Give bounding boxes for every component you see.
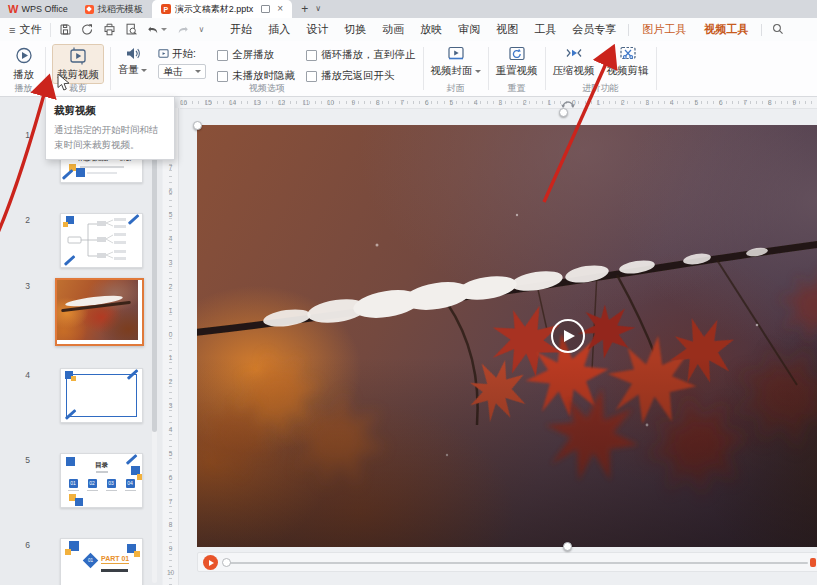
- ruler-label: 1: [163, 346, 178, 370]
- toc-number: 04: [126, 479, 135, 488]
- trim-video-label: 裁剪视频: [57, 68, 99, 82]
- redo-button[interactable]: [176, 24, 189, 36]
- wps-home-button[interactable]: W WPS Office: [0, 0, 76, 18]
- vertical-ruler: 987654321012345678910: [163, 108, 179, 585]
- play-button-label: 播放: [13, 68, 34, 82]
- cover-subtitle-bar: [80, 166, 124, 168]
- file-menu-button[interactable]: ≡ 文件: [0, 22, 50, 37]
- checkbox-fullscreen-play[interactable]: 全屏播放: [217, 48, 295, 62]
- menu-transition[interactable]: 切换: [336, 22, 374, 37]
- export-pdf-icon[interactable]: [81, 23, 94, 36]
- checkbox-hide-when-not-playing[interactable]: 未播放时隐藏: [217, 69, 295, 83]
- resize-handle-top-left[interactable]: [193, 121, 202, 130]
- tab-presentation-document[interactable]: P 演示文稿素材2.pptx ×: [152, 0, 292, 18]
- video-slide-preview: [57, 280, 138, 340]
- slide-2-thumbnail[interactable]: [60, 213, 143, 268]
- menu-home[interactable]: 开始: [222, 22, 260, 37]
- decor-square: [75, 498, 83, 506]
- undo-chevron-icon[interactable]: [161, 28, 167, 31]
- qat-more-chevron-icon[interactable]: ∨: [198, 25, 204, 34]
- slide-4-thumbnail[interactable]: [60, 368, 143, 423]
- reset-video-button[interactable]: 重置视频: [496, 45, 538, 78]
- video-cover-icon: [447, 45, 465, 62]
- trim-video-tooltip: 裁剪视频 通过指定的开始时间和结束时间来裁剪视频。: [45, 96, 175, 160]
- cover-group: 视频封面 封面: [424, 41, 488, 96]
- play-triangle-icon: [209, 560, 214, 566]
- cover-subtitle-bar: [87, 172, 117, 174]
- slide-6-thumbnail[interactable]: 01 PART 01: [60, 538, 143, 585]
- start-mode-dropdown[interactable]: 单击: [158, 64, 206, 79]
- resize-handle-bottom-center[interactable]: [563, 542, 572, 551]
- context-tool-tabs: 图片工具 视频工具: [633, 22, 757, 37]
- print-preview-icon[interactable]: [125, 23, 138, 36]
- slide-border-frame: [66, 374, 137, 417]
- reset-video-icon: [508, 45, 526, 62]
- slide-thumbnail-panel: 1 20XX 工作总结汇报PPT模板 2: [0, 97, 162, 585]
- player-cropped-control[interactable]: [810, 558, 816, 567]
- video-frame[interactable]: [197, 125, 817, 547]
- tab-docer-template[interactable]: 找稻壳模板: [76, 0, 152, 18]
- decor-square: [63, 222, 68, 227]
- undo-button[interactable]: [147, 24, 167, 36]
- ruler-label: 2: [163, 275, 178, 299]
- print-icon[interactable]: [103, 23, 116, 36]
- ruler-label: 6: [163, 180, 178, 204]
- group-caption: 播放: [2, 82, 45, 95]
- ruler-label: 10: [163, 561, 178, 585]
- checkbox-box: [306, 50, 317, 61]
- ruler-label: 1: [163, 299, 178, 323]
- ruler-label: 12: [278, 97, 303, 108]
- ribbon-divider: [656, 47, 657, 90]
- ruler-label: 5: [450, 97, 475, 108]
- menu-slideshow[interactable]: 放映: [412, 22, 450, 37]
- tab-list-chevron-icon[interactable]: ∨: [315, 0, 321, 18]
- video-play-overlay-button[interactable]: [551, 319, 585, 353]
- checkbox-label: 循环播放，直到停止: [321, 48, 416, 62]
- ruler-label: 8: [163, 513, 178, 537]
- decor-square: [66, 457, 75, 466]
- checkbox-loop-until-stopped[interactable]: 循环播放，直到停止: [306, 48, 416, 62]
- compress-video-button[interactable]: 压缩视频: [553, 45, 595, 78]
- menu-animation[interactable]: 动画: [374, 22, 412, 37]
- slide-number: 6: [10, 540, 30, 550]
- menu-insert[interactable]: 插入: [260, 22, 298, 37]
- checkbox-label: 未播放时隐藏: [232, 69, 295, 83]
- ruler-label: 5: [695, 97, 720, 108]
- checkbox-box: [217, 71, 228, 82]
- group-caption: 封面: [424, 82, 488, 95]
- rotation-handle[interactable]: [559, 108, 568, 117]
- player-progress-track[interactable]: [225, 562, 808, 565]
- menu-view[interactable]: 视图: [488, 22, 526, 37]
- window-tab-bar: W WPS Office 找稻壳模板 P 演示文稿素材2.pptx × + ∨: [0, 0, 817, 18]
- trim-video-button[interactable]: 裁剪视频: [53, 45, 103, 83]
- volume-button[interactable]: 音量: [118, 46, 147, 77]
- group-caption: 进阶功能: [546, 82, 656, 95]
- menu-design[interactable]: 设计: [298, 22, 336, 37]
- tab-video-tools[interactable]: 视频工具: [695, 22, 757, 37]
- player-progress-knob[interactable]: [222, 558, 231, 567]
- tab-close-icon[interactable]: ×: [277, 0, 283, 18]
- menu-review[interactable]: 审阅: [450, 22, 488, 37]
- video-clip-button[interactable]: 视频剪辑: [607, 45, 649, 78]
- ruler-label: 7: [744, 97, 769, 108]
- slide-5-thumbnail[interactable]: 目录 01 02 03 04: [60, 453, 143, 508]
- toc-caption-bar: [87, 490, 98, 492]
- player-play-button[interactable]: [203, 555, 218, 570]
- search-icon[interactable]: [772, 23, 784, 37]
- toc-caption-bar: [106, 490, 117, 492]
- menu-member[interactable]: 会员专享: [564, 22, 624, 37]
- checkbox-rewind-after-playing[interactable]: 播放完返回开头: [306, 69, 416, 83]
- tab-restore-icon[interactable]: [261, 5, 270, 13]
- save-icon[interactable]: [59, 23, 72, 36]
- tab-picture-tools[interactable]: 图片工具: [633, 22, 695, 37]
- menu-tools[interactable]: 工具: [526, 22, 564, 37]
- video-cover-button[interactable]: 视频封面: [431, 45, 481, 78]
- play-button[interactable]: 播放: [9, 45, 38, 83]
- new-tab-button[interactable]: +: [301, 0, 308, 18]
- wps-logo-text: WPS Office: [21, 4, 67, 14]
- toc-number: 02: [88, 479, 97, 488]
- horizontal-ruler: 161514131211109876543210123456789: [180, 97, 817, 109]
- slide-3-thumbnail-selected[interactable]: [55, 278, 144, 346]
- file-menu-label: 文件: [19, 22, 41, 37]
- ruler-label: 5: [163, 442, 178, 466]
